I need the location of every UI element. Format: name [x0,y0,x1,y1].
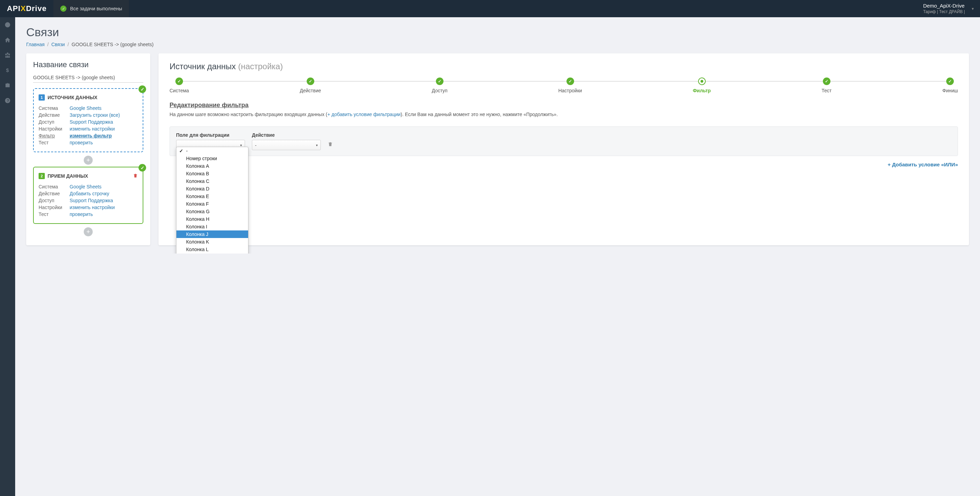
row-value[interactable]: изменить настройки [70,126,115,132]
dropdown-item[interactable]: Колонка J [177,231,248,238]
user-info: Demo_ApiX-Drive Тариф | Тест ДРАЙВ | [923,2,965,14]
page-title: Связи [26,25,969,39]
row-label: Доступ [38,198,70,203]
dropdown-item[interactable]: - [177,147,248,155]
step-label: Настройки [558,88,582,93]
filter-action-select[interactable]: - [252,140,321,150]
dropdown-item[interactable]: Колонка C [177,177,248,185]
step-dot: ✓ [175,78,183,85]
breadcrumb-home[interactable]: Главная [26,42,45,47]
row-value[interactable]: Добавить строчку [70,191,109,196]
dropdown-item[interactable]: Колонка F [177,200,248,208]
connection-name[interactable]: GOOGLE SHEETS -> (google sheets) [33,73,143,83]
step[interactable]: ✓Действие [300,78,321,93]
step[interactable]: ✓Финиш [942,78,958,93]
step-dot: ✓ [823,78,830,85]
row-label: Система [38,184,70,189]
destination-block: ✓ 2 ПРИЕМ ДАННЫХ СистемаGoogle SheetsДей… [33,167,143,224]
check-badge-icon: ✓ [138,164,146,172]
dropdown-item[interactable]: Колонка B [177,170,248,177]
dropdown-item[interactable]: Колонка K [177,238,248,246]
rp-title: Источник данных (настройка) [170,62,958,71]
nav-briefcase[interactable] [0,78,15,93]
home-icon [5,37,11,43]
add-or-condition[interactable]: +Добавить условие «ИЛИ» [170,162,958,167]
row-value[interactable]: Support Поддержка [70,119,113,125]
step[interactable]: Фильтр [693,78,711,93]
step-label: Система [170,88,189,93]
destination-header: 2 ПРИЕМ ДАННЫХ [38,173,138,179]
block-row: Настройкиизменить настройки [38,126,138,132]
row-label: Настройки [38,126,70,132]
trash-icon [133,173,138,178]
step-dot: ✓ [946,78,954,85]
nav-help[interactable]: ? [0,93,15,108]
dropdown-item[interactable]: Колонка L [177,246,248,253]
step-label: Финиш [942,88,958,93]
delete-block-button[interactable] [133,173,138,179]
dropdown-item[interactable]: Колонка E [177,192,248,200]
row-value[interactable]: Support Поддержка [70,198,113,203]
block-row: Тестпроверить [38,211,138,218]
arrow-right-icon [5,22,11,28]
nav-connections[interactable] [0,48,15,63]
step[interactable]: ✓Настройки [558,78,582,93]
nav-home[interactable] [0,32,15,48]
filter-action-col: Действие - [252,132,321,150]
dropdown-item[interactable]: Номер строки [177,155,248,162]
row-value[interactable]: Google Sheets [70,105,102,111]
row-value[interactable]: Google Sheets [70,184,102,189]
row-value[interactable]: изменить фильтр [70,133,111,138]
user-menu[interactable]: Demo_ApiX-Drive Тариф | Тест ДРАЙВ | ▼ [923,2,975,14]
add-condition-link[interactable]: + добавить условие фильтрации [327,111,401,117]
row-value[interactable]: Загрузить строки (все) [70,112,120,118]
row-value[interactable]: проверить [70,211,93,217]
logo[interactable]: APIXDrive [0,0,53,17]
dropdown-item[interactable]: Колонка G [177,208,248,215]
step[interactable]: ✓Доступ [432,78,448,93]
step[interactable]: ✓Система [170,78,189,93]
row-label: Настройки [38,205,70,210]
svg-text:?: ? [7,99,9,103]
dollar-icon: $ [5,67,11,73]
step-dot: ✓ [307,78,314,85]
source-header: 1 ИСТОЧНИК ДАННЫХ [38,94,138,100]
status-text: Все задачи выполнены [70,6,122,11]
breadcrumb-links[interactable]: Связи [51,42,65,47]
logo-x: X [21,4,26,13]
add-destination-button[interactable]: + [84,227,93,236]
row-value[interactable]: изменить настройки [70,205,115,210]
step-dot: ✓ [436,78,444,85]
nav-arrow[interactable] [0,17,15,32]
connections-icon [5,52,11,58]
header: APIXDrive ✓ Все задачи выполнены Demo_Ap… [0,0,980,17]
step-label: Доступ [432,88,448,93]
section-desc: На данном шаге возможно настроить фильтр… [170,111,958,118]
left-panel: Название связи GOOGLE SHEETS -> (google … [26,53,150,245]
block-row: ДействиеДобавить строчку [38,190,138,197]
dropdown-item[interactable]: Колонка I [177,223,248,231]
delete-filter-button[interactable] [328,141,333,148]
check-badge-icon: ✓ [138,86,146,93]
block-row: Настройкиизменить настройки [38,204,138,211]
dropdown-item[interactable]: Колонка A [177,162,248,170]
user-name: Demo_ApiX-Drive [923,2,964,9]
header-status: ✓ Все задачи выполнены [53,0,129,17]
steps: ✓Система✓Действие✓Доступ✓НастройкиФильтр… [170,78,958,93]
row-value[interactable]: проверить [70,140,93,145]
nav-billing[interactable]: $ [0,63,15,78]
trash-icon [328,141,333,147]
dropdown-item[interactable]: Колонка D [177,185,248,192]
add-source-button[interactable]: + [84,156,93,165]
row-label: Система [38,105,70,111]
block-row: Фильтризменить фильтр [38,132,138,139]
dropdown-item[interactable]: Колонка H [177,215,248,223]
briefcase-icon [5,82,11,89]
step[interactable]: ✓Тест [821,78,832,93]
add-or-label: Добавить условие «ИЛИ» [892,162,958,167]
block-row: ДоступSupport Поддержка [38,119,138,126]
panel-title: Название связи [33,60,143,69]
right-panel: Источник данных (настройка) ✓Система✓Дей… [159,53,969,245]
breadcrumb-current: GOOGLE SHEETS -> (google sheets) [72,42,154,47]
logo-drive: Drive [26,4,46,13]
